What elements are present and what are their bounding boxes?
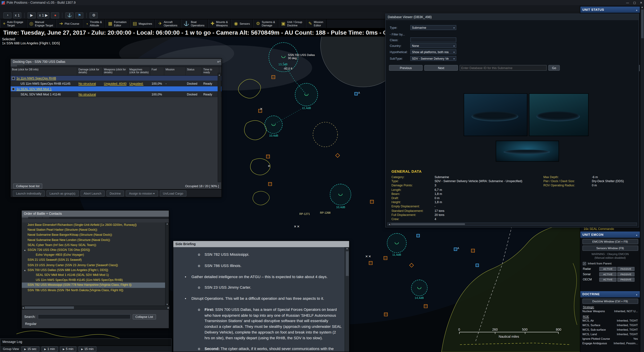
play-button[interactable]: ▶ [28, 12, 36, 18]
boat-table-column-header[interactable]: Magazines (click for details) [128, 67, 150, 75]
boat-table-header[interactable]: Boat (click for DB info)Damage (click fo… [11, 67, 222, 76]
map-hostile-marker[interactable] [266, 154, 270, 158]
ribbon-sensors[interactable]: ◉ Sensors [231, 19, 253, 28]
collapse-list-button[interactable]: Collapse List [132, 314, 156, 319]
oob-tab[interactable] [36, 217, 43, 218]
docking-ops-window[interactable]: Docking Ops - SSN 700 USS Dallas ✕ Boat … [10, 59, 222, 198]
doctrine-header[interactable]: DOCTRINE ▲ [580, 291, 640, 297]
ribbon-throttle-altitude[interactable]: ◔ Throttle & Altitude [82, 19, 105, 28]
ferry-icon[interactable]: ⚓ [66, 12, 74, 18]
map-friendly-marker[interactable] [416, 234, 420, 237]
docking-action-button[interactable]: Launch as group(s) [46, 190, 79, 197]
time-compression-label[interactable]: x 1 [13, 12, 21, 18]
message-log-interval-button[interactable]: ▶ 15 min [78, 346, 96, 351]
unit-emcon-header[interactable]: UNIT EMCON ▲ [580, 232, 640, 238]
ribbon-mounts-weapons[interactable]: ✚ Mounts & Weapons [208, 19, 231, 28]
damage-link[interactable]: No structural [77, 82, 103, 85]
database-viewer-titlebar[interactable]: Database Viewer (DB3K_498) [386, 14, 639, 20]
maximize-button[interactable]: ▢ [633, 1, 636, 4]
oob-tree-item[interactable]: Naval Submarine Base Bangor/Kitsap (Stru… [22, 233, 166, 238]
ribbon-manual-engage-target[interactable]: ◎ Manual Engage Target [26, 19, 56, 28]
chevron-up-icon[interactable]: ▲ [636, 233, 638, 236]
damage-link[interactable]: No structural [77, 92, 103, 96]
map-friendly-marker[interactable]: A [354, 92, 358, 95]
chevron-up-icon[interactable]: ▲ [636, 293, 638, 296]
expand-icon[interactable]: ▴ [24, 248, 28, 253]
unit-status-header[interactable]: UNIT STATUS ▲ [580, 7, 640, 13]
boat-table-scrollbar[interactable]: ▲ [218, 73, 221, 182]
map-xmark-marker[interactable]: ✕ [260, 107, 263, 111]
oob-tree-item[interactable]: Echo Voyager #803 (Echo Voyager) [22, 253, 166, 258]
map-rp-marker[interactable]: RP-1271 [299, 213, 310, 215]
oob-tree-item[interactable]: SSN 21 USS Seawolf (SSN 21 Seawolf) [22, 258, 166, 263]
scrollbar-thumb[interactable] [391, 223, 465, 225]
close-icon[interactable]: ✕ [217, 60, 219, 64]
boat-table-column-header[interactable]: Status [186, 67, 202, 75]
docking-ops-titlebar[interactable]: Docking Ops - SSN 700 USS Dallas ✕ [11, 59, 222, 65]
boat-table-row[interactable]: 1x SEAL SDV Mk8 Mod 1 [11, 86, 222, 92]
ribbon-plot-course[interactable]: ➔ Plot Course [56, 19, 82, 28]
record-button[interactable]: ● [51, 12, 60, 18]
oob-tree-item[interactable]: ▴SSN 700 USS Dallas (SSN 688 Los Angeles… [22, 268, 166, 273]
map-xmark-marker[interactable]: ✕ [268, 164, 271, 168]
ribbon-systems-damage[interactable]: ⚙ Systems & Damage [253, 19, 278, 28]
flag-icon[interactable]: ⚑ [75, 12, 84, 18]
oob-vertical-scrollbar[interactable]: ▲ ▼ [165, 223, 169, 305]
side-briefing-scrollbar[interactable]: ▲ [345, 247, 349, 352]
map-friendly-marker[interactable]: A [454, 248, 457, 251]
expand-icon[interactable]: ▴ [24, 268, 28, 273]
emcon-passive-button[interactable]: PASSIVE [617, 277, 634, 281]
doctrine-row[interactable]: WCS, Air Inherited, TIGHT [582, 318, 638, 323]
message-log-interval-button[interactable]: ▶ 15 sec [21, 346, 39, 351]
oob-tree-item[interactable]: Naval Station Pearl Harbor (Structure (N… [22, 228, 166, 233]
ribbon-formation-editor[interactable]: ▦ Formation Editor [105, 19, 130, 28]
hypothetical-select[interactable]: Show all platforms, both rea ▾ [410, 49, 456, 54]
map-hostile-d-marker[interactable] [335, 153, 340, 158]
order-of-battle-window[interactable]: Order of Battle + Contacts Joint Base El… [21, 210, 169, 329]
subtype-select[interactable]: SDV - Swimmer Delivery Ve ▾ [410, 56, 456, 61]
oob-tree-item[interactable]: US 11m NWS SpecOps RHIB #1145 (11m NWS S… [22, 278, 166, 283]
window-titlebar[interactable]: Pole Positions - Command v1.05 - Build 1… [0, 0, 644, 5]
gear-icon[interactable]: ⚙ [90, 12, 98, 18]
close-button[interactable]: ✕ [640, 1, 642, 4]
sort-chevron-icon[interactable]: ▾ [219, 60, 220, 63]
map-hostile-d-marker[interactable] [409, 263, 414, 268]
unit-cargo-line[interactable]: 16x SEAL Commando [584, 227, 614, 231]
boat-table-row[interactable]: 1x 11m NWS SpecOps RHIB [11, 76, 222, 81]
sensors-window-button[interactable]: Sensors Window (F9) [582, 246, 638, 251]
emcon-window-button[interactable]: EMCON Window (Ctrl + F9) [582, 239, 638, 244]
doctrine-row[interactable]: WCS, Sub-surface Inherited, TIGHT [582, 327, 638, 332]
magazines-link[interactable]: Unguided: [128, 82, 150, 85]
doctrine-row[interactable]: WCS, Surface Inherited, TIGHT [582, 323, 638, 327]
ribbon-aircraft-operations[interactable]: ✈ Aircraft Operations [156, 19, 180, 28]
oob-tree-item[interactable]: SEAL SDV Mk8 Mod 1 #1146 (SEAL SDV Mk8 M… [22, 273, 166, 278]
next-button[interactable]: Next [424, 65, 458, 71]
side-briefing-window[interactable]: Side Briefing o SSN 782 USS Mississippi.… [173, 241, 350, 352]
doctrine-window-button[interactable]: Doctrine Window (Ctrl + F9) [582, 299, 638, 304]
ribbon-boat-operations[interactable]: ⚓ Boat Operations [181, 19, 208, 28]
search-input[interactable] [38, 314, 130, 319]
map-hostile-marker[interactable] [268, 182, 272, 186]
database-id-input[interactable] [460, 65, 547, 71]
collapse-boat-list-button[interactable]: Collapse boat list [13, 184, 42, 189]
oob-tab[interactable] [43, 217, 50, 218]
minimize-button[interactable]: — [626, 1, 629, 4]
boat-table-column-header[interactable]: Time to ready [202, 67, 219, 75]
boat-table-row[interactable]: SEAL SDV Mk8 Mod 1 #1146 No structural 1… [11, 92, 222, 97]
clock-icon[interactable]: ◔ [3, 12, 12, 18]
emcon-active-button[interactable]: ACTIVE [599, 277, 616, 281]
ribbon-unit-group-doctrine[interactable]: ▣ Unit / Group Doctrine [278, 19, 306, 28]
map-hostile-marker[interactable] [272, 75, 275, 79]
doctrine-row[interactable]: Ignore Plotted Course Yes [582, 336, 638, 341]
docking-action-button[interactable]: Abort Launch [80, 190, 105, 197]
weapons-link[interactable]: Unguided: 40/40 [103, 82, 128, 85]
boat-table-column-header[interactable]: Damage (click for details) [77, 67, 103, 75]
go-button[interactable]: Go [548, 65, 560, 71]
type-select[interactable]: Submarine ▾ [410, 25, 456, 30]
oob-tree-item[interactable]: SEAL Cyber Team (Inf Sec (US Navy SEAL T… [22, 243, 166, 248]
boat-table-column-header[interactable]: Mission [164, 67, 186, 75]
row-checkbox[interactable] [12, 77, 15, 79]
oob-tree-item[interactable]: SSN 782 USS Mississippi (SSN 778 New Ham… [22, 283, 166, 288]
class-input[interactable] [410, 38, 456, 42]
boat-table-column-header[interactable]: Fuel [150, 67, 164, 75]
